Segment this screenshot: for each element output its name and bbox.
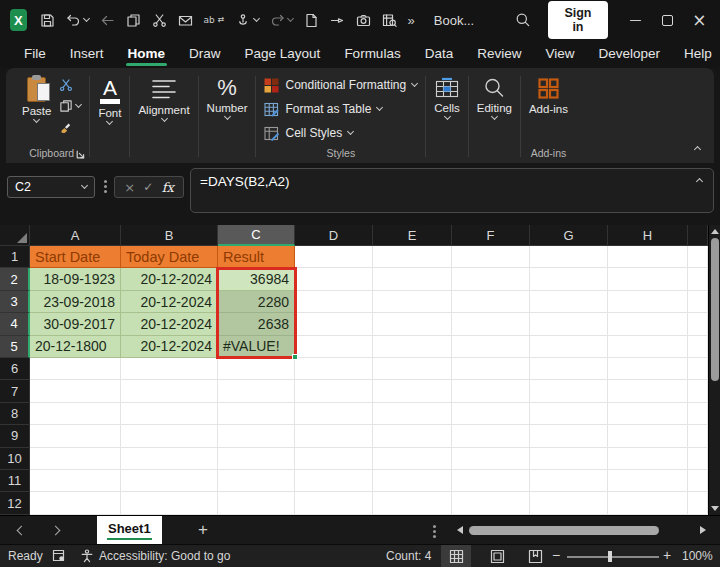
macro-record-icon[interactable] bbox=[52, 545, 66, 567]
ribbon-tab-developer[interactable]: Developer bbox=[586, 42, 672, 67]
format-painter-button[interactable] bbox=[59, 120, 81, 134]
column-header-F[interactable]: F bbox=[452, 225, 530, 246]
cancel-formula-icon[interactable]: × bbox=[124, 180, 135, 195]
alignment-button[interactable]: Alignment bbox=[138, 74, 189, 121]
cell-E11[interactable] bbox=[373, 470, 452, 492]
ribbon-tab-review[interactable]: Review bbox=[465, 42, 533, 67]
maximize-button[interactable] bbox=[657, 15, 678, 26]
cell-C4[interactable]: 2638 bbox=[218, 313, 295, 335]
cell-A10[interactable] bbox=[30, 448, 121, 470]
row-header-2[interactable]: 2 bbox=[0, 268, 30, 290]
cell-D8[interactable] bbox=[295, 403, 373, 425]
email-button[interactable] bbox=[178, 13, 193, 28]
normal-view-button[interactable] bbox=[441, 545, 471, 567]
cell-E7[interactable] bbox=[373, 380, 452, 402]
cell-A6[interactable] bbox=[30, 358, 121, 380]
zoom-in-button[interactable]: + bbox=[663, 547, 671, 563]
camera-button[interactable] bbox=[356, 13, 371, 28]
previous-sheet-button[interactable] bbox=[17, 526, 27, 536]
row-header-7[interactable]: 7 bbox=[0, 380, 30, 402]
row-header-1[interactable]: 1 bbox=[0, 246, 30, 268]
new-file-button[interactable] bbox=[304, 13, 319, 28]
cell-G10[interactable] bbox=[530, 448, 608, 470]
row-header-4[interactable]: 4 bbox=[0, 313, 30, 335]
cell-partial-6[interactable] bbox=[688, 358, 708, 380]
cell-B11[interactable] bbox=[121, 470, 218, 492]
cell-D2[interactable] bbox=[295, 268, 373, 290]
conditional-formatting-button[interactable]: Conditional Formatting bbox=[264, 73, 417, 97]
cell-H6[interactable] bbox=[608, 358, 688, 380]
vertical-scroll-thumb[interactable] bbox=[711, 238, 719, 381]
zoom-slider-track[interactable] bbox=[567, 556, 659, 558]
cell-D9[interactable] bbox=[295, 425, 373, 447]
row-header-5[interactable]: 5 bbox=[0, 336, 30, 358]
cell-F2[interactable] bbox=[452, 268, 530, 290]
cell-partial-2[interactable] bbox=[688, 268, 708, 290]
cell-partial-12[interactable] bbox=[688, 492, 708, 514]
cut-button[interactable] bbox=[152, 13, 167, 28]
cell-E1[interactable] bbox=[373, 246, 452, 268]
ribbon-tab-file[interactable]: File bbox=[12, 42, 58, 67]
cell-A3[interactable]: 23-09-2018 bbox=[30, 291, 121, 313]
cells-button[interactable]: Cells bbox=[434, 74, 460, 119]
cell-E9[interactable] bbox=[373, 425, 452, 447]
cell-E5[interactable] bbox=[373, 336, 452, 358]
cell-E3[interactable] bbox=[373, 291, 452, 313]
paste-button[interactable]: Paste bbox=[22, 74, 51, 134]
cell-B1[interactable]: Today Date bbox=[121, 246, 218, 268]
row-header-10[interactable]: 10 bbox=[0, 448, 30, 470]
cell-G8[interactable] bbox=[530, 403, 608, 425]
row-header-3[interactable]: 3 bbox=[0, 291, 30, 313]
cell-E10[interactable] bbox=[373, 448, 452, 470]
cell-B6[interactable] bbox=[121, 358, 218, 380]
cell-G9[interactable] bbox=[530, 425, 608, 447]
column-header-partial[interactable] bbox=[688, 225, 708, 246]
row-header-6[interactable]: 6 bbox=[0, 358, 30, 380]
spelling-button[interactable]: ab⇄ bbox=[204, 16, 225, 25]
format-as-table-button[interactable]: Format as Table bbox=[264, 97, 382, 121]
formula-input[interactable]: =DAYS(B2,A2) bbox=[190, 168, 714, 213]
vertical-scrollbar[interactable] bbox=[708, 225, 720, 515]
cell-C10[interactable] bbox=[218, 448, 295, 470]
column-header-C[interactable]: C bbox=[218, 225, 295, 246]
cell-B8[interactable] bbox=[121, 403, 218, 425]
cell-A7[interactable] bbox=[30, 380, 121, 402]
accessibility-icon[interactable] bbox=[80, 545, 94, 567]
addins-button[interactable]: Add-ins bbox=[529, 74, 568, 115]
cell-D1[interactable] bbox=[295, 246, 373, 268]
cell-F6[interactable] bbox=[452, 358, 530, 380]
cell-E12[interactable] bbox=[373, 492, 452, 514]
cell-A12[interactable] bbox=[30, 492, 121, 514]
cell-C9[interactable] bbox=[218, 425, 295, 447]
cell-A5[interactable]: 20-12-1800 bbox=[30, 336, 121, 358]
cell-G5[interactable] bbox=[530, 336, 608, 358]
column-header-B[interactable]: B bbox=[121, 225, 218, 246]
column-header-A[interactable]: A bbox=[30, 225, 121, 246]
cell-H5[interactable] bbox=[608, 336, 688, 358]
cell-partial-10[interactable] bbox=[688, 448, 708, 470]
cell-H8[interactable] bbox=[608, 403, 688, 425]
cell-F5[interactable] bbox=[452, 336, 530, 358]
cell-D5[interactable] bbox=[295, 336, 373, 358]
cell-H2[interactable] bbox=[608, 268, 688, 290]
collapse-formula-bar-icon[interactable] bbox=[696, 178, 703, 185]
scroll-right-arrow[interactable] bbox=[700, 526, 706, 534]
cell-B9[interactable] bbox=[121, 425, 218, 447]
cell-C1[interactable]: Result bbox=[218, 246, 295, 268]
row-header-11[interactable]: 11 bbox=[0, 470, 30, 492]
column-header-E[interactable]: E bbox=[373, 225, 452, 246]
cell-H1[interactable] bbox=[608, 246, 688, 268]
cell-G3[interactable] bbox=[530, 291, 608, 313]
cell-B4[interactable]: 20-12-2024 bbox=[121, 313, 218, 335]
save-button[interactable] bbox=[40, 13, 55, 28]
cell-G1[interactable] bbox=[530, 246, 608, 268]
cell-C6[interactable] bbox=[218, 358, 295, 380]
insert-function-icon[interactable]: fx bbox=[162, 180, 174, 195]
row-header-12[interactable]: 12 bbox=[0, 492, 30, 514]
cell-partial-5[interactable] bbox=[688, 336, 708, 358]
cell-G7[interactable] bbox=[530, 380, 608, 402]
horizontal-scroll-thumb[interactable] bbox=[469, 526, 659, 535]
cell-A9[interactable] bbox=[30, 425, 121, 447]
pen-button[interactable] bbox=[330, 13, 345, 28]
row-header-9[interactable]: 9 bbox=[0, 425, 30, 447]
